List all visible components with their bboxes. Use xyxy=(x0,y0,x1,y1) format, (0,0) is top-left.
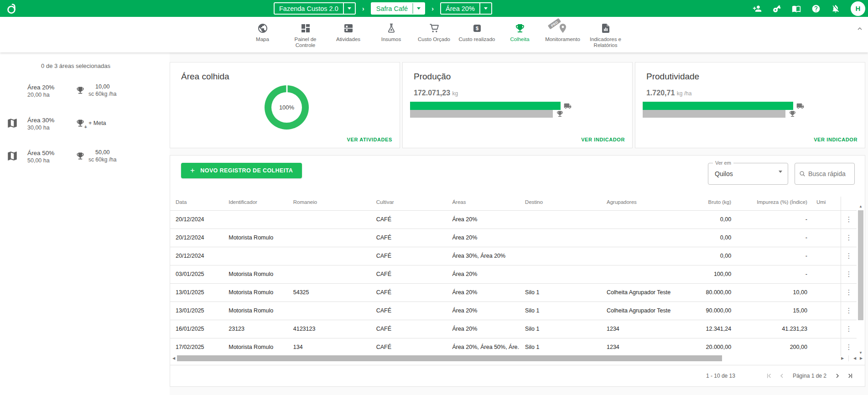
scroll-up-icon[interactable]: ▲ xyxy=(859,204,863,209)
cell-bruto: 0,00 xyxy=(682,210,735,229)
pinned-scroll-right-icon[interactable]: ▶ xyxy=(858,356,864,360)
nav-item-painel-de-controle[interactable]: Painel de Controle xyxy=(287,22,324,48)
new-harvest-record-button[interactable]: + NOVO REGISTRO DE COLHEITA xyxy=(181,163,302,178)
productivity-value: 1.720,71 xyxy=(646,89,675,97)
cell-agrupadores: Colheita Agrupador Teste xyxy=(601,301,682,320)
row-actions-kebab-icon[interactable]: ⋮ xyxy=(846,289,852,296)
table-row[interactable]: 13/01/2025 Motorista Romulo CAFÉ Área 20… xyxy=(170,301,857,320)
row-actions-kebab-icon[interactable]: ⋮ xyxy=(846,234,852,241)
horizontal-scrollbar-thumb[interactable] xyxy=(177,355,722,361)
cell-bruto: 80.000,00 xyxy=(682,283,735,301)
user-avatar[interactable]: H xyxy=(851,1,865,16)
area-name: Área 30% xyxy=(27,116,76,125)
main-content: Área colhida 100% VER ATIVIDADES Produçã… xyxy=(170,52,865,387)
nav-item-atividades[interactable]: Atividades xyxy=(330,22,367,42)
farm-selector[interactable]: Fazenda Custos 2.0 xyxy=(274,2,356,15)
harvest-records-table: Data Identificador Romaneio Cultivar Áre… xyxy=(170,197,857,356)
nav-item-colheita[interactable]: Colheita xyxy=(501,22,539,42)
area-selector[interactable]: Área 20% xyxy=(440,2,492,15)
first-page-icon[interactable] xyxy=(763,369,775,382)
cell-agrupadores: 1234 xyxy=(601,338,682,356)
card-area-colhida: Área colhida 100% VER ATIVIDADES xyxy=(170,62,400,148)
collapse-nav-icon[interactable] xyxy=(856,25,863,32)
pinned-scroll-left-icon[interactable]: ◀ xyxy=(852,356,858,360)
table-row[interactable]: 16/01/2025 23123 4123123 CAFÉ Área 20% S… xyxy=(170,320,857,338)
area-row-20[interactable]: Área 20% 20,00 ha 10,00 sc 60kg /ha xyxy=(0,74,170,107)
shopping-cart-icon xyxy=(428,22,440,34)
nav-item-indicadores-relatorios[interactable]: Indicadores e Relatórios xyxy=(587,22,624,48)
row-actions-kebab-icon[interactable]: ⋮ xyxy=(846,216,852,223)
row-actions-kebab-icon[interactable]: ⋮ xyxy=(846,270,852,277)
add-goal-button[interactable]: + + Meta xyxy=(76,119,144,128)
production-goal-bar xyxy=(410,110,553,118)
next-page-icon[interactable] xyxy=(831,369,844,382)
column-header-agrupadores: Agrupadores xyxy=(601,197,682,210)
top-bar: Fazenda Custos 2.0 › Safra Café › Área 2… xyxy=(0,0,868,17)
area-row-50[interactable]: Área 50% 50,00 ha 50,00 sc 60kg /ha xyxy=(0,140,170,172)
season-selector[interactable]: Safra Café xyxy=(371,2,425,15)
ver-indicador-link[interactable]: VER INDICADOR xyxy=(581,137,625,142)
notifications-off-icon[interactable] xyxy=(831,4,840,13)
goal-value: + Meta xyxy=(88,120,106,127)
productivity-bars xyxy=(643,102,858,118)
invite-user-icon[interactable] xyxy=(753,4,762,13)
production-actual-bar xyxy=(410,102,561,110)
table-row[interactable]: 03/01/2025 Motorista Romulo CAFÉ Área 20… xyxy=(170,265,857,283)
aegro-logo-icon[interactable] xyxy=(6,3,18,15)
cell-data: 17/02/2025 xyxy=(170,338,223,356)
ver-indicador-link[interactable]: VER INDICADOR xyxy=(814,137,858,142)
cell-agrupadores xyxy=(601,265,682,283)
truck-icon xyxy=(796,102,804,110)
area-name: Área 20% xyxy=(27,83,76,92)
cell-data: 16/01/2025 xyxy=(170,320,223,338)
pagination-bar: 1 - 10 de 13 Página 1 de 2 xyxy=(170,365,865,386)
goal-value: 10,00 xyxy=(88,83,116,90)
chevron-down-icon xyxy=(779,173,782,181)
trophy-icon xyxy=(789,110,796,118)
nav-item-custo-realizado[interactable]: $ Custo realizado xyxy=(458,22,496,42)
table-row[interactable]: 20/12/2024 Motorista Romulo CAFÉ Área 20… xyxy=(170,229,857,247)
key-icon[interactable] xyxy=(772,4,781,13)
cell-impureza: 10,00 xyxy=(735,283,811,301)
cell-areas: Área 20% xyxy=(447,301,520,320)
last-page-icon[interactable] xyxy=(844,369,857,382)
scroll-right-icon[interactable]: ▶ xyxy=(839,356,846,360)
row-actions-kebab-icon[interactable]: ⋮ xyxy=(846,307,852,314)
cell-areas: Área 20% xyxy=(447,320,520,338)
area-size: 30,00 ha xyxy=(27,125,76,131)
table-row[interactable]: 20/12/2024 CAFÉ Área 30%, Área 20% 0,00 … xyxy=(170,247,857,265)
cell-romaneio xyxy=(288,265,371,283)
previous-page-icon[interactable] xyxy=(775,369,788,382)
cell-bruto: 0,00 xyxy=(682,229,735,247)
table-row[interactable]: 17/02/2025 Motorista Romulo 134 CAFÉ Áre… xyxy=(170,338,857,356)
row-actions-kebab-icon[interactable]: ⋮ xyxy=(846,325,852,332)
cell-data: 20/12/2024 xyxy=(170,229,223,247)
row-actions-kebab-icon[interactable]: ⋮ xyxy=(846,252,852,259)
row-actions-kebab-icon[interactable]: ⋮ xyxy=(846,343,852,350)
nav-item-custo-orcado[interactable]: Custo Orçado xyxy=(416,22,453,42)
cell-destino xyxy=(520,247,601,265)
knowledge-book-icon[interactable] xyxy=(792,4,801,13)
nav-item-insumos[interactable]: Insumos xyxy=(373,22,410,42)
area-row-30[interactable]: Área 30% 30,00 ha + + Meta xyxy=(0,107,170,140)
quick-search-input[interactable] xyxy=(808,170,851,177)
vertical-scrollbar-thumb[interactable] xyxy=(858,210,863,320)
column-header-destino: Destino xyxy=(520,197,601,210)
ver-atividades-link[interactable]: VER ATIVIDADES xyxy=(347,137,392,142)
nav-item-monitoramento[interactable]: PRO Monitoramento xyxy=(544,22,582,42)
column-header-cultivar: Cultivar xyxy=(371,197,447,210)
help-icon[interactable] xyxy=(811,4,821,13)
column-header-impureza: Impureza (%) (Índice) xyxy=(735,197,811,210)
view-in-select[interactable]: Ver em Quilos xyxy=(708,163,788,185)
cell-areas: Área 30%, Área 20% xyxy=(447,247,520,265)
nav-label: Indicadores e Relatórios xyxy=(587,36,624,48)
table-row[interactable]: 20/12/2024 CAFÉ Área 20% 0,00 - ⋮ xyxy=(170,210,857,229)
table-row[interactable]: 13/01/2025 Motorista Romulo 54325 CAFÉ Á… xyxy=(170,283,857,301)
column-header-actions xyxy=(841,197,857,210)
dashboard-icon xyxy=(300,22,312,34)
cell-umidade xyxy=(811,320,841,338)
card-producao: Produção 172.071,23 kg VER INDICADOR xyxy=(402,62,633,148)
scroll-left-icon[interactable]: ◀ xyxy=(171,356,177,360)
nav-item-mapa[interactable]: Mapa xyxy=(244,22,281,42)
cell-impureza: 15,00 xyxy=(735,301,811,320)
